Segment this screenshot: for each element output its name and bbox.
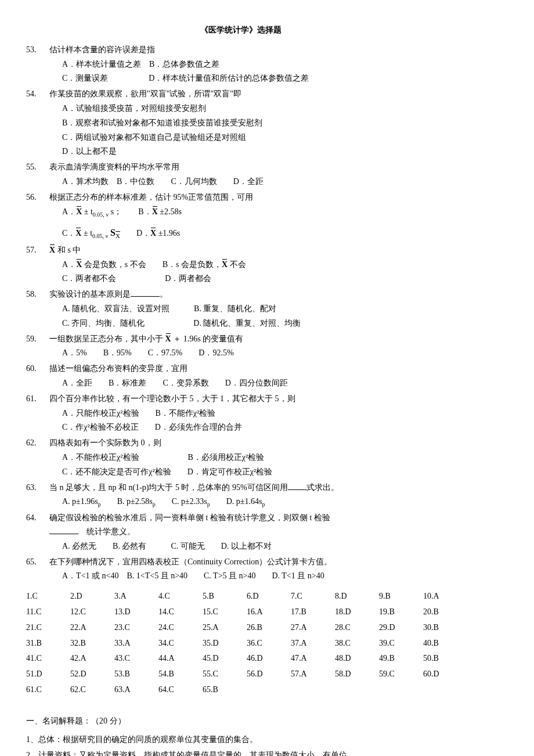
- question-text-line2: 统计学意义。: [49, 525, 456, 539]
- answer-cell: 4.C: [158, 589, 203, 603]
- question-text: 估计样本含量的容许误差是指: [49, 43, 456, 57]
- option: A. 随机化、双盲法、设置对照 B. 重复、随机化、配对: [62, 302, 456, 316]
- answer-cell: 20.B: [423, 605, 467, 619]
- answer-cell: 60.D: [423, 667, 467, 681]
- answer-cell: 22.A: [70, 621, 114, 635]
- answer-cell: 1.C: [26, 589, 70, 603]
- answer-cell: 41.C: [26, 651, 70, 665]
- option: C．还不能决定是否可作χ²检验 D．肯定可作校正χ²检验: [62, 465, 456, 479]
- option: A．全距 B．标准差 C．变异系数 D．四分位数间距: [62, 376, 456, 390]
- question-text: 当 n 足够大，且 np 和 n(1-p)均大于 5 时，总体率的 95%可信区…: [49, 481, 456, 495]
- answer-cell: 7.C: [291, 589, 335, 603]
- answer-cell: 59.C: [379, 667, 423, 681]
- question-number: 54.: [26, 87, 49, 159]
- option: C．两组试验对象都不知道自己是试验组还是对照组: [62, 131, 456, 145]
- question: 55.表示血清学滴度资料的平均水平常用A．算术均数 B．中位数 C．几何均数 D…: [26, 160, 456, 189]
- question-number: 53.: [26, 43, 49, 86]
- answer-cell: 24.C: [158, 621, 203, 635]
- question: 65.在下列哪种情况下，宜用四格表校正（Continuity Correctio…: [26, 555, 456, 584]
- option: D．以上都不是: [62, 145, 456, 159]
- answer-cell: 14.C: [158, 605, 203, 619]
- question: 62.四格表如有一个实际数为 0，则A．不能作校正χ²检验 B．必须用校正χ²检…: [26, 436, 456, 479]
- answer-cell: 52.D: [70, 667, 114, 681]
- question: 53.估计样本含量的容许误差是指A．样本统计量值之差 B．总体参数值之差C．测量…: [26, 43, 456, 86]
- option: C．两者都不会 D．两者都会: [62, 272, 456, 286]
- question: 58.实验设计的基本原则是。A. 随机化、双盲法、设置对照 B. 重复、随机化、…: [26, 287, 456, 330]
- answer-row: 61.C62.C63.A64.C65.B: [26, 683, 456, 697]
- answer-cell: 27.A: [291, 621, 335, 635]
- question: 54.作某疫苗的效果观察，欲用"双盲"试验，所谓"双盲"即A．试验组接受疫苗，对…: [26, 87, 456, 159]
- answer-cell: 29.D: [379, 621, 423, 635]
- answer-cell: 36.C: [247, 636, 291, 650]
- answer-cell: 17.B: [291, 605, 335, 619]
- option: A．只能作校正χ²检验 B．不能作χ²检验: [62, 406, 456, 420]
- answer-cell: 55.C: [203, 667, 247, 681]
- answer-cell: 47.A: [291, 651, 335, 665]
- question-text: 描述一组偏态分布资料的变异度，宜用: [49, 362, 456, 376]
- answer-cell: 43.C: [114, 651, 158, 665]
- answer-cell: 34.C: [158, 636, 203, 650]
- answer-cell: 44.A: [158, 651, 203, 665]
- answer-cell: 42.A: [70, 651, 114, 665]
- option: A．T<1 或 n<40 B. 1<T<5 且 n>40 C. T>5 且 n>…: [62, 569, 456, 583]
- option: A．5% B．95% C．97.5% D．92.5%: [62, 346, 456, 360]
- answer-row: 1.C2.D3.A4.C5.B6.D7.C8.D9.B10.A: [26, 589, 456, 603]
- question: 61.四个百分率作比较，有一个理论数小于 5，大于 1，其它都大于 5，则A．只…: [26, 392, 456, 435]
- answer-row: 31.B32.B33.A34.C35.D36.C37.A38.C39.C40.B: [26, 636, 456, 650]
- answer-cell: 63.A: [114, 683, 158, 697]
- question-number: 55.: [26, 160, 49, 189]
- question: 63.当 n 足够大，且 np 和 n(1-p)均大于 5 时，总体率的 95%…: [26, 481, 456, 510]
- option: B．观察者和试验对象都不知道谁接受疫苗谁接受安慰剂: [62, 116, 456, 130]
- answer-cell: 37.A: [291, 636, 335, 650]
- answer-cell: 48.D: [335, 651, 379, 665]
- answer-cell: 38.C: [335, 636, 379, 650]
- answer-cell: 49.B: [379, 651, 423, 665]
- answer-cell: 64.C: [158, 683, 203, 697]
- answer-cell: 39.C: [379, 636, 423, 650]
- question-number: 62.: [26, 436, 49, 479]
- option: A. p±1.96sp B. p±2.58sp C. p±2.33sp D. p…: [62, 495, 456, 509]
- option: C．作χ²检验不必校正 D．必须先作合理的合并: [62, 420, 456, 434]
- answer-cell: 54.B: [158, 667, 203, 681]
- question-text: 四格表如有一个实际数为 0，则: [49, 436, 456, 450]
- answer-cell: 9.B: [379, 589, 423, 603]
- question-number: 64.: [26, 511, 49, 553]
- question-number: 56.: [26, 190, 49, 242]
- answer-cell: 19.B: [379, 605, 423, 619]
- answer-cell: 58.D: [335, 667, 379, 681]
- option: A．X 会是负数，s 不会 B．s 会是负数，X 不会: [62, 258, 456, 272]
- answer-cell: 46.D: [247, 651, 291, 665]
- answer-cell: 50.B: [423, 651, 467, 665]
- option: A. 必然无 B. 必然有 C. 可能无 D. 以上都不对: [62, 539, 456, 553]
- question-text: 确定假设检验的检验水准后，同一资料单侧 t 检验有统计学意义，则双侧 t 检验: [49, 511, 456, 525]
- option: [62, 219, 456, 224]
- definition-item: 2、计量资料：又称为定量资料，指构成其的变量值是定量的，其表现为数值大小，有单位…: [26, 748, 456, 756]
- question: 60.描述一组偏态分布资料的变异度，宜用A．全距 B．标准差 C．变异系数 D．…: [26, 362, 456, 391]
- question-text: 在下列哪种情况下，宜用四格表校正（Continuity Correction）公…: [49, 555, 456, 569]
- answer-cell: 33.A: [114, 636, 158, 650]
- answer-cell: 2.D: [70, 589, 114, 603]
- question-number: 63.: [26, 481, 49, 510]
- option: A．不能作校正χ²检验 B．必须用校正χ²检验: [62, 451, 456, 465]
- option: A．样本统计量值之差 B．总体参数值之差: [62, 57, 456, 71]
- option: C．X ± t0.05, v SX D．X ±1.96s: [62, 225, 456, 241]
- option: A．算术均数 B．中位数 C．几何均数 D．全距: [62, 175, 456, 189]
- option: C. 齐同、均衡、随机化 D. 随机化、重复、对照、均衡: [62, 316, 456, 330]
- answer-cell: 53.B: [114, 667, 158, 681]
- answer-cell: 8.D: [335, 589, 379, 603]
- answer-row: 51.D52.D53.B54.B55.C56.D57.A58.D59.C60.D: [26, 667, 456, 681]
- answer-cell: 62.C: [70, 683, 114, 697]
- definition-item: 1、总体：根据研究目的确定的同质的观察单位其变量值的集合。: [26, 733, 456, 747]
- question-number: 61.: [26, 392, 49, 435]
- answer-cell: 21.C: [26, 621, 70, 635]
- answer-row: 41.C42.A43.C44.A45.D46.D47.A48.D49.B50.B: [26, 651, 456, 665]
- question-text: X 和 s 中: [49, 243, 456, 257]
- answer-cell: 3.A: [114, 589, 158, 603]
- answer-cell: 40.B: [423, 636, 467, 650]
- question-number: 57.: [26, 243, 49, 286]
- question: 64.确定假设检验的检验水准后，同一资料单侧 t 检验有统计学意义，则双侧 t …: [26, 511, 456, 553]
- question-number: 60.: [26, 362, 49, 391]
- option: A．X ± t0.05, v s； B．X ±2.58s: [62, 205, 456, 219]
- question-text: 实验设计的基本原则是。: [49, 287, 456, 301]
- answer-cell: 13.D: [114, 605, 158, 619]
